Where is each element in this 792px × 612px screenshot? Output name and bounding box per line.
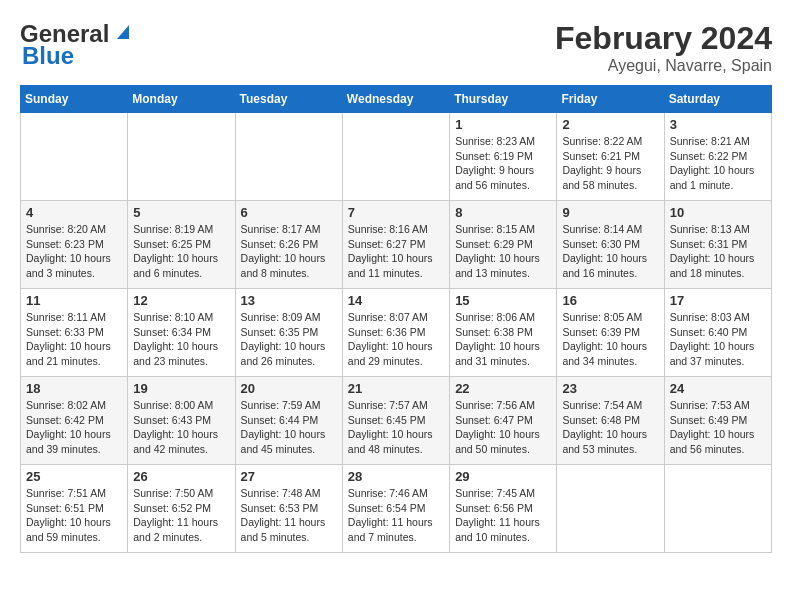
calendar-cell: 17Sunrise: 8:03 AMSunset: 6:40 PMDayligh… bbox=[664, 289, 771, 377]
day-number: 3 bbox=[670, 117, 766, 132]
day-info: Sunrise: 8:13 AMSunset: 6:31 PMDaylight:… bbox=[670, 222, 766, 281]
calendar-header-row: SundayMondayTuesdayWednesdayThursdayFrid… bbox=[21, 86, 772, 113]
day-info: Sunrise: 8:23 AMSunset: 6:19 PMDaylight:… bbox=[455, 134, 551, 193]
day-info: Sunrise: 7:51 AMSunset: 6:51 PMDaylight:… bbox=[26, 486, 122, 545]
calendar-cell: 28Sunrise: 7:46 AMSunset: 6:54 PMDayligh… bbox=[342, 465, 449, 553]
day-number: 8 bbox=[455, 205, 551, 220]
day-number: 23 bbox=[562, 381, 658, 396]
header-saturday: Saturday bbox=[664, 86, 771, 113]
header-sunday: Sunday bbox=[21, 86, 128, 113]
day-number: 7 bbox=[348, 205, 444, 220]
calendar-cell: 2Sunrise: 8:22 AMSunset: 6:21 PMDaylight… bbox=[557, 113, 664, 201]
day-number: 11 bbox=[26, 293, 122, 308]
day-number: 16 bbox=[562, 293, 658, 308]
day-info: Sunrise: 8:05 AMSunset: 6:39 PMDaylight:… bbox=[562, 310, 658, 369]
calendar-cell bbox=[128, 113, 235, 201]
day-info: Sunrise: 8:21 AMSunset: 6:22 PMDaylight:… bbox=[670, 134, 766, 193]
calendar-week-row: 1Sunrise: 8:23 AMSunset: 6:19 PMDaylight… bbox=[21, 113, 772, 201]
day-number: 29 bbox=[455, 469, 551, 484]
day-number: 24 bbox=[670, 381, 766, 396]
calendar-week-row: 11Sunrise: 8:11 AMSunset: 6:33 PMDayligh… bbox=[21, 289, 772, 377]
day-info: Sunrise: 8:00 AMSunset: 6:43 PMDaylight:… bbox=[133, 398, 229, 457]
header-wednesday: Wednesday bbox=[342, 86, 449, 113]
day-info: Sunrise: 7:45 AMSunset: 6:56 PMDaylight:… bbox=[455, 486, 551, 545]
day-number: 22 bbox=[455, 381, 551, 396]
day-info: Sunrise: 8:20 AMSunset: 6:23 PMDaylight:… bbox=[26, 222, 122, 281]
day-number: 19 bbox=[133, 381, 229, 396]
day-info: Sunrise: 8:03 AMSunset: 6:40 PMDaylight:… bbox=[670, 310, 766, 369]
day-info: Sunrise: 8:11 AMSunset: 6:33 PMDaylight:… bbox=[26, 310, 122, 369]
calendar-cell: 16Sunrise: 8:05 AMSunset: 6:39 PMDayligh… bbox=[557, 289, 664, 377]
day-info: Sunrise: 7:48 AMSunset: 6:53 PMDaylight:… bbox=[241, 486, 337, 545]
calendar-cell bbox=[235, 113, 342, 201]
calendar-cell: 27Sunrise: 7:48 AMSunset: 6:53 PMDayligh… bbox=[235, 465, 342, 553]
calendar-cell: 6Sunrise: 8:17 AMSunset: 6:26 PMDaylight… bbox=[235, 201, 342, 289]
day-number: 9 bbox=[562, 205, 658, 220]
day-number: 4 bbox=[26, 205, 122, 220]
day-info: Sunrise: 7:54 AMSunset: 6:48 PMDaylight:… bbox=[562, 398, 658, 457]
day-info: Sunrise: 8:09 AMSunset: 6:35 PMDaylight:… bbox=[241, 310, 337, 369]
calendar-cell: 26Sunrise: 7:50 AMSunset: 6:52 PMDayligh… bbox=[128, 465, 235, 553]
day-number: 5 bbox=[133, 205, 229, 220]
header-thursday: Thursday bbox=[450, 86, 557, 113]
calendar-cell: 4Sunrise: 8:20 AMSunset: 6:23 PMDaylight… bbox=[21, 201, 128, 289]
calendar-cell: 9Sunrise: 8:14 AMSunset: 6:30 PMDaylight… bbox=[557, 201, 664, 289]
day-number: 15 bbox=[455, 293, 551, 308]
calendar-cell: 8Sunrise: 8:15 AMSunset: 6:29 PMDaylight… bbox=[450, 201, 557, 289]
calendar-cell: 23Sunrise: 7:54 AMSunset: 6:48 PMDayligh… bbox=[557, 377, 664, 465]
calendar-cell bbox=[557, 465, 664, 553]
svg-marker-0 bbox=[117, 25, 129, 39]
calendar-cell: 11Sunrise: 8:11 AMSunset: 6:33 PMDayligh… bbox=[21, 289, 128, 377]
calendar-cell: 20Sunrise: 7:59 AMSunset: 6:44 PMDayligh… bbox=[235, 377, 342, 465]
title-block: February 2024 Ayegui, Navarre, Spain bbox=[555, 20, 772, 75]
day-info: Sunrise: 7:53 AMSunset: 6:49 PMDaylight:… bbox=[670, 398, 766, 457]
day-number: 12 bbox=[133, 293, 229, 308]
day-info: Sunrise: 7:56 AMSunset: 6:47 PMDaylight:… bbox=[455, 398, 551, 457]
calendar-cell: 1Sunrise: 8:23 AMSunset: 6:19 PMDaylight… bbox=[450, 113, 557, 201]
calendar-subtitle: Ayegui, Navarre, Spain bbox=[555, 57, 772, 75]
header-monday: Monday bbox=[128, 86, 235, 113]
calendar-week-row: 25Sunrise: 7:51 AMSunset: 6:51 PMDayligh… bbox=[21, 465, 772, 553]
day-number: 17 bbox=[670, 293, 766, 308]
calendar-title: February 2024 bbox=[555, 20, 772, 57]
calendar-cell: 13Sunrise: 8:09 AMSunset: 6:35 PMDayligh… bbox=[235, 289, 342, 377]
day-number: 21 bbox=[348, 381, 444, 396]
day-info: Sunrise: 8:10 AMSunset: 6:34 PMDaylight:… bbox=[133, 310, 229, 369]
day-info: Sunrise: 7:46 AMSunset: 6:54 PMDaylight:… bbox=[348, 486, 444, 545]
logo: General Blue bbox=[20, 20, 133, 70]
day-number: 18 bbox=[26, 381, 122, 396]
calendar-cell: 18Sunrise: 8:02 AMSunset: 6:42 PMDayligh… bbox=[21, 377, 128, 465]
calendar-cell: 10Sunrise: 8:13 AMSunset: 6:31 PMDayligh… bbox=[664, 201, 771, 289]
day-number: 26 bbox=[133, 469, 229, 484]
calendar-week-row: 4Sunrise: 8:20 AMSunset: 6:23 PMDaylight… bbox=[21, 201, 772, 289]
header-friday: Friday bbox=[557, 86, 664, 113]
calendar-cell: 29Sunrise: 7:45 AMSunset: 6:56 PMDayligh… bbox=[450, 465, 557, 553]
day-info: Sunrise: 7:57 AMSunset: 6:45 PMDaylight:… bbox=[348, 398, 444, 457]
day-info: Sunrise: 8:15 AMSunset: 6:29 PMDaylight:… bbox=[455, 222, 551, 281]
calendar-cell: 24Sunrise: 7:53 AMSunset: 6:49 PMDayligh… bbox=[664, 377, 771, 465]
day-info: Sunrise: 8:07 AMSunset: 6:36 PMDaylight:… bbox=[348, 310, 444, 369]
day-number: 10 bbox=[670, 205, 766, 220]
day-info: Sunrise: 8:16 AMSunset: 6:27 PMDaylight:… bbox=[348, 222, 444, 281]
day-number: 13 bbox=[241, 293, 337, 308]
calendar-week-row: 18Sunrise: 8:02 AMSunset: 6:42 PMDayligh… bbox=[21, 377, 772, 465]
calendar-table: SundayMondayTuesdayWednesdayThursdayFrid… bbox=[20, 85, 772, 553]
day-info: Sunrise: 7:50 AMSunset: 6:52 PMDaylight:… bbox=[133, 486, 229, 545]
calendar-cell: 15Sunrise: 8:06 AMSunset: 6:38 PMDayligh… bbox=[450, 289, 557, 377]
day-number: 2 bbox=[562, 117, 658, 132]
calendar-cell: 19Sunrise: 8:00 AMSunset: 6:43 PMDayligh… bbox=[128, 377, 235, 465]
calendar-cell: 21Sunrise: 7:57 AMSunset: 6:45 PMDayligh… bbox=[342, 377, 449, 465]
header-tuesday: Tuesday bbox=[235, 86, 342, 113]
calendar-cell: 12Sunrise: 8:10 AMSunset: 6:34 PMDayligh… bbox=[128, 289, 235, 377]
day-number: 6 bbox=[241, 205, 337, 220]
day-info: Sunrise: 8:17 AMSunset: 6:26 PMDaylight:… bbox=[241, 222, 337, 281]
day-info: Sunrise: 7:59 AMSunset: 6:44 PMDaylight:… bbox=[241, 398, 337, 457]
calendar-cell bbox=[664, 465, 771, 553]
calendar-cell bbox=[21, 113, 128, 201]
day-number: 25 bbox=[26, 469, 122, 484]
calendar-cell bbox=[342, 113, 449, 201]
day-number: 1 bbox=[455, 117, 551, 132]
calendar-cell: 14Sunrise: 8:07 AMSunset: 6:36 PMDayligh… bbox=[342, 289, 449, 377]
day-info: Sunrise: 8:22 AMSunset: 6:21 PMDaylight:… bbox=[562, 134, 658, 193]
logo-icon bbox=[111, 21, 133, 43]
